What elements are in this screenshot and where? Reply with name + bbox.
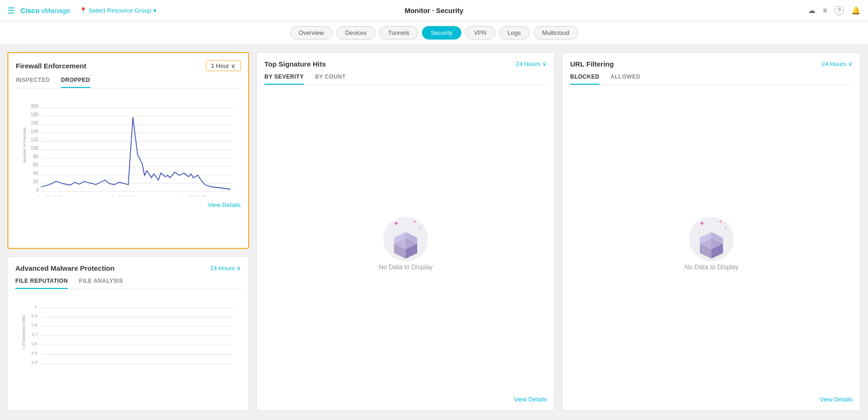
svg-text:40: 40 xyxy=(33,171,39,176)
menu-icon[interactable]: ≡ xyxy=(823,7,827,15)
svg-text:0: 0 xyxy=(36,187,39,193)
firewall-time-chevron: ∨ xyxy=(231,62,236,69)
tab-security[interactable]: Security xyxy=(422,26,461,40)
subtab-file-reputation[interactable]: FILE REPUTATION xyxy=(15,278,68,289)
svg-text:✦: ✦ xyxy=(724,227,727,231)
url-empty-text: No Data to Display xyxy=(684,263,739,271)
brand-cisco: Cisco xyxy=(20,7,39,14)
svg-text:20: 20 xyxy=(33,179,39,184)
svg-text:100: 100 xyxy=(31,146,39,151)
subtab-file-analysis[interactable]: FILE ANALYSIS xyxy=(79,278,123,289)
amp-time-selector[interactable]: 24 Hours ∨ xyxy=(210,265,241,272)
amp-sub-tabs: FILE REPUTATION FILE ANALYSIS xyxy=(15,278,241,289)
top-sig-header: Top Signature Hits 24 Hours ∨ xyxy=(264,60,547,68)
firewall-title: Firewall Enforcement xyxy=(16,62,86,70)
svg-text:Jan 30, 11:40: Jan 30, 11:40 xyxy=(111,195,137,196)
tab-vpn[interactable]: VPN xyxy=(465,26,495,40)
firewall-chart-svg: 0 20 40 60 80 100 120 140 160 180 200 Nu… xyxy=(16,94,241,196)
svg-text:0.5: 0.5 xyxy=(32,351,38,355)
tab-tunnels[interactable]: Tunnels xyxy=(379,26,418,40)
firewall-sub-tabs: INSPECTED DROPPED xyxy=(16,77,241,88)
amp-title: Advanced Malware Protection xyxy=(15,264,114,272)
svg-text:80: 80 xyxy=(33,154,39,159)
firewall-time-selector[interactable]: 1 Hour ∨ xyxy=(206,60,241,71)
amp-header: Advanced Malware Protection 24 Hours ∨ xyxy=(15,264,241,272)
subtab-allowed[interactable]: ALLOWED xyxy=(611,73,640,85)
tab-overview[interactable]: Overview xyxy=(290,26,333,40)
top-sig-empty-state: ✦ ✦ ✦ No Data to Display xyxy=(264,91,547,392)
svg-text:0.7: 0.7 xyxy=(32,332,38,337)
svg-text:1: 1 xyxy=(34,304,37,309)
tab-multicloud[interactable]: Multicloud xyxy=(533,26,579,40)
resource-group-label: Select Resource Group xyxy=(89,7,151,14)
cloud-icon[interactable]: ☁ xyxy=(808,6,815,15)
url-empty-state: ✦ ✦ ✦ No Data to Display xyxy=(570,91,853,392)
header-left: ☰ Cisco vManage 📍 Select Resource Group … xyxy=(7,6,157,16)
header-title: Monitor · Security xyxy=(405,7,464,14)
top-sig-time-selector[interactable]: 24 Hours ∨ xyxy=(516,60,547,67)
tab-devices[interactable]: Devices xyxy=(336,26,375,40)
top-sig-empty-icon: ✦ ✦ ✦ xyxy=(380,212,431,263)
url-time-selector[interactable]: 24 Hours ∨ xyxy=(822,60,853,67)
svg-text:120: 120 xyxy=(31,137,39,142)
url-header: URL Filtering 24 Hours ∨ xyxy=(570,60,853,68)
subtab-by-count[interactable]: BY COUNT xyxy=(315,73,346,85)
svg-text:200: 200 xyxy=(31,104,39,109)
svg-text:✦: ✦ xyxy=(418,227,421,231)
top-sig-title: Top Signature Hits xyxy=(264,60,326,68)
amp-chart-svg: 0.4 0.5 0.6 0.7 0.8 0.9 1 r of Malicious… xyxy=(15,295,241,369)
svg-text:0.8: 0.8 xyxy=(32,323,38,327)
url-sub-tabs: BLOCKED ALLOWED xyxy=(570,73,853,85)
top-sig-empty-text: No Data to Display xyxy=(379,263,433,271)
url-time-chevron: ∨ xyxy=(848,60,853,67)
svg-text:✦: ✦ xyxy=(413,219,416,224)
firewall-panel-header: Firewall Enforcement 1 Hour ∨ xyxy=(16,60,241,71)
subtab-dropped[interactable]: DROPPED xyxy=(61,77,90,88)
brand-vmanage: vManage xyxy=(41,7,70,14)
subtab-inspected[interactable]: INSPECTED xyxy=(16,77,50,88)
top-sig-view-details[interactable]: View Details xyxy=(264,396,547,403)
amp-chart: 0.4 0.5 0.6 0.7 0.8 0.9 1 r of Malicious… xyxy=(15,295,241,403)
svg-text:✦: ✦ xyxy=(393,220,399,227)
url-filtering-panel: URL Filtering 24 Hours ∨ BLOCKED ALLOWED… xyxy=(562,52,861,411)
url-title: URL Filtering xyxy=(570,60,614,68)
svg-text:0.4: 0.4 xyxy=(32,360,38,365)
top-sig-sub-tabs: BY SEVERITY BY COUNT xyxy=(264,73,547,85)
amp-time-label: 24 Hours xyxy=(210,265,235,272)
svg-text:Jan 30, 12:00: Jan 30, 12:00 xyxy=(181,195,206,196)
notification-icon[interactable]: 🔔 xyxy=(851,6,861,15)
url-empty-icon: ✦ ✦ ✦ xyxy=(686,212,737,263)
header-icons: ☁ ≡ ? 🔔 xyxy=(808,6,861,15)
url-time-label: 24 Hours xyxy=(822,60,846,67)
svg-text:✦: ✦ xyxy=(699,220,705,227)
svg-text:✦: ✦ xyxy=(718,219,722,224)
svg-text:60: 60 xyxy=(33,162,39,167)
hamburger-icon[interactable]: ☰ xyxy=(7,6,15,16)
tab-logs[interactable]: Logs xyxy=(499,26,530,40)
firewall-chart: 0 20 40 60 80 100 120 140 160 180 200 Nu… xyxy=(16,94,241,198)
firewall-time-label: 1 Hour xyxy=(211,62,229,69)
subtab-blocked[interactable]: BLOCKED xyxy=(570,73,599,85)
firewall-view-details[interactable]: View Details xyxy=(16,201,241,208)
brand: Cisco vManage xyxy=(20,7,70,14)
svg-text:0.9: 0.9 xyxy=(32,313,38,318)
firewall-panel: Firewall Enforcement 1 Hour ∨ INSPECTED … xyxy=(7,52,249,249)
location-icon: 📍 xyxy=(79,7,87,14)
svg-text:160: 160 xyxy=(31,120,39,126)
amp-time-chevron: ∨ xyxy=(237,265,241,272)
help-icon[interactable]: ? xyxy=(835,6,844,15)
url-view-details[interactable]: View Details xyxy=(570,396,853,403)
svg-text:r of Malicious Files: r of Malicious Files xyxy=(21,314,26,349)
amp-panel: Advanced Malware Protection 24 Hours ∨ F… xyxy=(7,256,249,411)
svg-text:0.6: 0.6 xyxy=(32,341,38,346)
resource-group-chevron: ▾ xyxy=(153,7,157,14)
svg-text:140: 140 xyxy=(31,129,39,134)
header: ☰ Cisco vManage 📍 Select Resource Group … xyxy=(0,0,868,21)
resource-group-selector[interactable]: 📍 Select Resource Group ▾ xyxy=(79,7,157,14)
svg-text:180: 180 xyxy=(31,112,39,117)
nav-tabs: Overview Devices Tunnels Security VPN Lo… xyxy=(0,21,868,45)
top-sig-chevron: ∨ xyxy=(542,60,547,67)
svg-text:Number of Packets: Number of Packets xyxy=(22,127,27,163)
subtab-by-severity[interactable]: BY SEVERITY xyxy=(264,73,304,85)
top-sig-time-label: 24 Hours xyxy=(516,60,540,67)
